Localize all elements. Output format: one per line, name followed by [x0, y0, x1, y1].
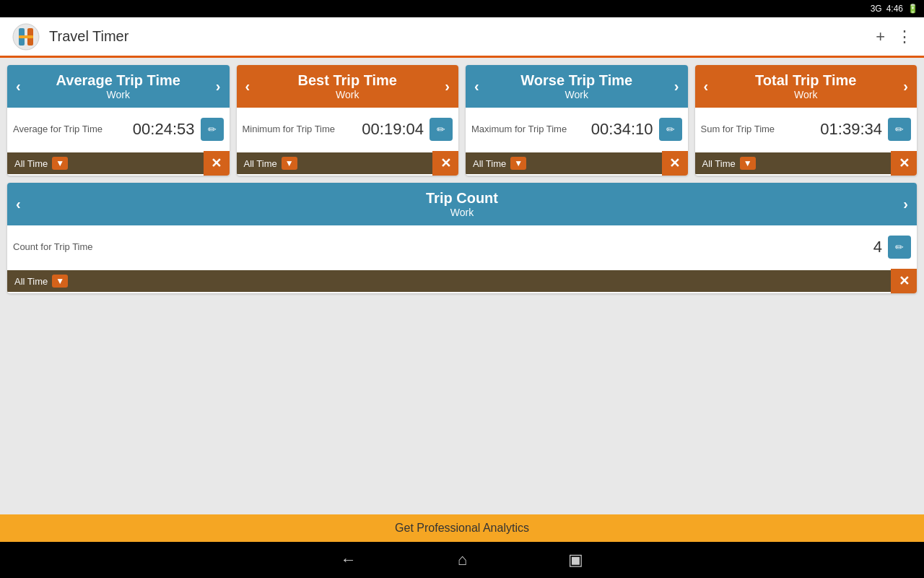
top-cards-row: ‹ Average Trip Time Work › Average for T…: [7, 65, 917, 176]
card-subtitle-total-trip-time: Work: [755, 89, 856, 100]
card-header-text-total-trip-time: Total Trip Time Work: [755, 72, 856, 100]
bottom-banner[interactable]: Get Professional Analytics: [0, 514, 924, 542]
dropdown-label-best-trip-time: All Time: [244, 158, 277, 169]
time-dropdown-total-trip-time[interactable]: All Time ▼: [695, 152, 892, 174]
card-prev-worse-trip-time[interactable]: ‹: [474, 78, 479, 95]
card-title-best-trip-time: Best Trip Time: [298, 72, 397, 89]
card-header-trip-count: ‹ Trip Count Work ›: [7, 183, 917, 225]
card-title-average-trip-time: Average Trip Time: [56, 72, 180, 89]
dropdown-label-total-trip-time: All Time: [702, 158, 736, 169]
dropdown-chevron-total-trip-time: ▼: [740, 157, 756, 170]
card-value-trip-count: 4: [873, 238, 882, 256]
card-edit-trip-count[interactable]: ✏: [888, 236, 911, 259]
card-value-average-trip-time: 00:24:53: [133, 120, 195, 139]
card-prev-total-trip-time[interactable]: ‹: [704, 78, 709, 95]
network-indicator: 3G: [871, 4, 882, 14]
time-display: 4:46: [886, 4, 903, 14]
card-label-total-trip-time: Sum for Trip Time: [701, 124, 821, 136]
card-edit-total-trip-time[interactable]: ✏: [888, 118, 911, 141]
card-subtitle-worse-trip-time: Work: [520, 89, 632, 100]
card-header-best-trip-time: ‹ Best Trip Time Work ›: [237, 65, 459, 108]
card-body-trip-count: Count for Trip Time 4 ✏: [7, 225, 917, 269]
app-title: Travel Timer: [49, 28, 876, 45]
card-value-worse-trip-time: 00:34:10: [591, 120, 653, 139]
card-label-trip-count: Count for Trip Time: [13, 241, 873, 254]
recent-button[interactable]: ▣: [568, 551, 583, 569]
card-next-worse-trip-time[interactable]: ›: [674, 78, 679, 95]
back-button[interactable]: ←: [341, 551, 357, 569]
close-btn-trip-count[interactable]: ✕: [891, 269, 917, 293]
menu-button[interactable]: ⋮: [897, 27, 912, 46]
dropdown-label-worse-trip-time: All Time: [473, 158, 506, 169]
card-edit-best-trip-time[interactable]: ✏: [430, 118, 453, 141]
card-label-worse-trip-time: Maximum for Trip Time: [471, 124, 591, 136]
card-next-best-trip-time[interactable]: ›: [445, 78, 450, 95]
card-footer-average-trip-time: All Time ▼ ✕: [7, 151, 230, 176]
home-button[interactable]: ⌂: [458, 551, 467, 569]
close-btn-total-trip-time[interactable]: ✕: [891, 151, 917, 176]
card-header-worse-trip-time: ‹ Worse Trip Time Work ›: [466, 65, 688, 108]
card-total-trip-time: ‹ Total Trip Time Work › Sum for Trip Ti…: [695, 65, 918, 176]
dropdown-chevron-best-trip-time: ▼: [282, 157, 297, 170]
app-bar: Travel Timer + ⋮: [0, 17, 924, 58]
card-next-total-trip-time[interactable]: ›: [903, 78, 908, 95]
nav-bar: ← ⌂ ▣: [0, 542, 924, 578]
svg-rect-3: [19, 35, 33, 38]
card-header-text-trip-count: Trip Count Work: [426, 190, 498, 218]
time-dropdown-trip-count[interactable]: All Time ▼: [7, 270, 891, 292]
card-subtitle-best-trip-time: Work: [298, 89, 397, 100]
time-dropdown-best-trip-time[interactable]: All Time ▼: [237, 152, 433, 174]
card-footer-total-trip-time: All Time ▼ ✕: [695, 151, 918, 176]
card-header-text-best-trip-time: Best Trip Time Work: [298, 72, 397, 100]
card-next-trip-count[interactable]: ›: [903, 196, 908, 212]
app-actions: + ⋮: [876, 27, 912, 46]
time-dropdown-average-trip-time[interactable]: All Time ▼: [7, 152, 204, 174]
card-edit-worse-trip-time[interactable]: ✏: [659, 118, 682, 141]
close-btn-worse-trip-time[interactable]: ✕: [662, 151, 688, 176]
card-body-average-trip-time: Average for Trip Time 00:24:53 ✏: [7, 108, 230, 151]
card-prev-trip-count[interactable]: ‹: [16, 196, 21, 212]
card-header-text-average-trip-time: Average Trip Time Work: [56, 72, 180, 100]
card-title-total-trip-time: Total Trip Time: [755, 72, 856, 89]
battery-icon: 🔋: [907, 4, 918, 14]
close-btn-best-trip-time[interactable]: ✕: [432, 151, 458, 176]
card-footer-trip-count: All Time ▼ ✕: [7, 269, 917, 293]
card-trip-count: ‹ Trip Count Work › Count for Trip Time …: [7, 183, 917, 293]
dropdown-chevron-trip-count: ▼: [52, 275, 68, 288]
card-value-best-trip-time: 00:19:04: [362, 120, 424, 139]
card-value-total-trip-time: 01:39:34: [820, 120, 882, 139]
close-btn-average-trip-time[interactable]: ✕: [204, 151, 230, 176]
card-average-trip-time: ‹ Average Trip Time Work › Average for T…: [7, 65, 230, 176]
time-dropdown-worse-trip-time[interactable]: All Time ▼: [466, 152, 662, 174]
add-button[interactable]: +: [876, 27, 885, 46]
card-body-worse-trip-time: Maximum for Trip Time 00:34:10 ✏: [466, 108, 688, 151]
status-bar: 3G 4:46 🔋: [0, 0, 924, 17]
dropdown-label-trip-count: All Time: [14, 276, 48, 287]
single-cards-row: ‹ Trip Count Work › Count for Trip Time …: [7, 183, 917, 293]
card-subtitle-average-trip-time: Work: [56, 89, 180, 100]
card-label-average-trip-time: Average for Trip Time: [13, 124, 133, 136]
card-best-trip-time: ‹ Best Trip Time Work › Minimum for Trip…: [237, 65, 459, 176]
card-prev-average-trip-time[interactable]: ‹: [16, 78, 21, 95]
card-subtitle-trip-count: Work: [426, 207, 498, 218]
card-body-best-trip-time: Minimum for Trip Time 00:19:04 ✏: [237, 108, 459, 151]
card-prev-best-trip-time[interactable]: ‹: [245, 78, 250, 95]
card-header-total-trip-time: ‹ Total Trip Time Work ›: [695, 65, 918, 108]
card-edit-average-trip-time[interactable]: ✏: [201, 118, 224, 141]
dropdown-chevron-worse-trip-time: ▼: [510, 157, 526, 170]
main-content: ‹ Average Trip Time Work › Average for T…: [0, 58, 924, 514]
card-footer-best-trip-time: All Time ▼ ✕: [237, 151, 459, 176]
card-header-text-worse-trip-time: Worse Trip Time Work: [520, 72, 632, 100]
app-logo: [12, 22, 40, 51]
card-footer-worse-trip-time: All Time ▼ ✕: [466, 151, 688, 176]
dropdown-label-average-trip-time: All Time: [14, 158, 48, 169]
card-body-total-trip-time: Sum for Trip Time 01:39:34 ✏: [695, 108, 918, 151]
dropdown-chevron-average-trip-time: ▼: [52, 157, 68, 170]
card-title-trip-count: Trip Count: [426, 190, 498, 207]
card-next-average-trip-time[interactable]: ›: [216, 78, 221, 95]
card-label-best-trip-time: Minimum for Trip Time: [243, 124, 362, 136]
card-title-worse-trip-time: Worse Trip Time: [520, 72, 632, 89]
card-header-average-trip-time: ‹ Average Trip Time Work ›: [7, 65, 230, 108]
card-worse-trip-time: ‹ Worse Trip Time Work › Maximum for Tri…: [466, 65, 688, 176]
